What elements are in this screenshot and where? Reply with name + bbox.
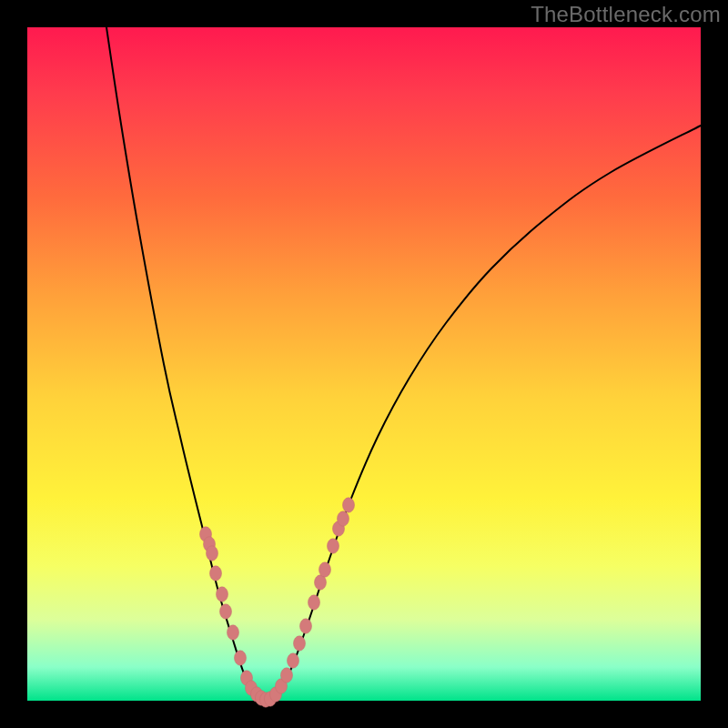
- curve-marker: [338, 511, 349, 526]
- curve-marker: [294, 636, 306, 651]
- curve-marker: [319, 562, 331, 577]
- curve-marker: [217, 587, 228, 602]
- curve-marker: [288, 653, 299, 668]
- curve-marker: [228, 625, 239, 640]
- chart-frame: TheBottleneck.com: [0, 0, 728, 728]
- curve-marker: [343, 498, 355, 512]
- curve-marker: [308, 595, 320, 610]
- chart-plot-area: [27, 27, 701, 701]
- watermark-text: TheBottleneck.com: [531, 2, 721, 27]
- chart-svg: [27, 27, 701, 701]
- curve-marker: [300, 619, 312, 633]
- curve-markers: [200, 498, 355, 707]
- curve-marker: [328, 539, 339, 553]
- curve-marker: [207, 546, 218, 561]
- curve-marker: [281, 668, 293, 682]
- curve-marker: [210, 566, 222, 581]
- curve-marker: [220, 604, 232, 619]
- curve-marker: [235, 651, 247, 665]
- bottleneck-curve: [106, 27, 701, 701]
